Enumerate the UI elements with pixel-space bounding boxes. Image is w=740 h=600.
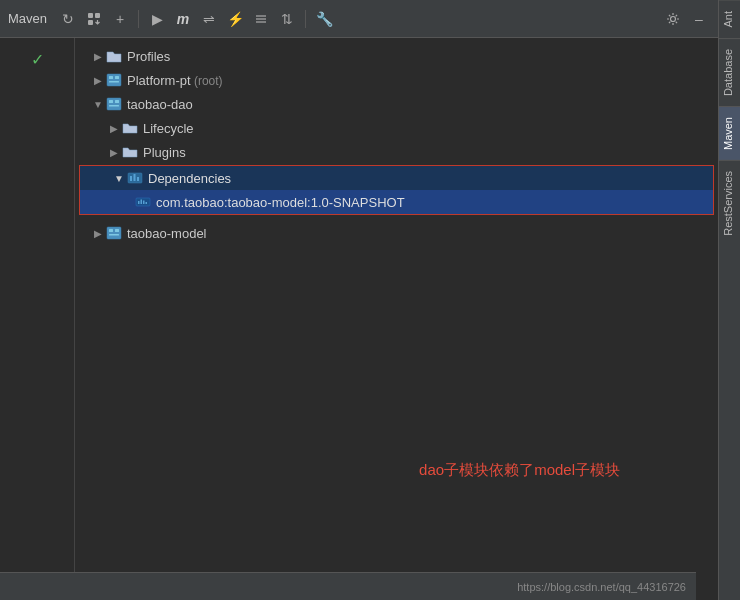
tree-item-lifecycle[interactable]: ▶ Lifecycle (75, 116, 718, 140)
dep-group-icon-dependencies (126, 169, 144, 187)
lifecycle-button[interactable] (250, 8, 272, 30)
svg-rect-14 (109, 105, 119, 107)
settings-wrench-button[interactable]: 🔧 (313, 8, 335, 30)
sort-button[interactable]: ⇅ (276, 8, 298, 30)
arrow-dependencies: ▼ (112, 173, 126, 184)
minimize-button[interactable]: – (688, 8, 710, 30)
svg-rect-12 (109, 100, 113, 103)
arrow-taobao-dao: ▼ (91, 99, 105, 110)
svg-rect-1 (95, 13, 100, 18)
download-sources-button[interactable] (83, 8, 105, 30)
arrow-platform-pt: ▶ (91, 75, 105, 86)
folder-icon-profiles (105, 47, 123, 65)
dep-item-icon (134, 193, 152, 211)
tree-item-taobao-dao[interactable]: ▼ taobao-dao (75, 92, 718, 116)
left-gutter: ✓ (0, 38, 75, 600)
svg-rect-27 (109, 234, 119, 236)
add-button[interactable]: + (109, 8, 131, 30)
label-platform-pt: Platform-pt (root) (127, 73, 223, 88)
tree-item-dep-item[interactable]: com.taobao:taobao-model:1.0-SNAPSHOT (80, 190, 713, 214)
main-area: Maven ↻ + ▶ m ⇌ ⚡ ⇅ 🔧 (0, 0, 718, 600)
svg-rect-2 (88, 20, 93, 25)
toggle-button[interactable]: ⇌ (198, 8, 220, 30)
svg-rect-16 (130, 176, 132, 181)
separator-2 (305, 10, 306, 28)
tree-item-plugins[interactable]: ▶ Plugins (75, 140, 718, 164)
svg-rect-25 (109, 229, 113, 232)
tab-ant[interactable]: Ant (719, 0, 740, 38)
arrow-plugins: ▶ (107, 147, 121, 158)
right-tabs: Ant Database Maven RestServices (718, 0, 740, 600)
svg-rect-21 (141, 200, 143, 205)
label-lifecycle: Lifecycle (143, 121, 194, 136)
tab-maven[interactable]: Maven (719, 106, 740, 160)
svg-rect-0 (88, 13, 93, 18)
svg-rect-11 (107, 98, 121, 110)
tree-item-platform-pt[interactable]: ▶ Platform-pt (root) (75, 68, 718, 92)
separator-1 (138, 10, 139, 28)
svg-rect-20 (138, 201, 140, 204)
label-taobao-dao: taobao-dao (127, 97, 193, 112)
run-button[interactable]: ▶ (146, 8, 168, 30)
svg-rect-9 (115, 76, 119, 79)
module-icon-taobao-dao (105, 95, 123, 113)
panel-title: Maven (8, 11, 47, 26)
label-taobao-model: taobao-model (127, 226, 207, 241)
arrow-taobao-model: ▶ (91, 228, 105, 239)
checkmark-icon: ✓ (31, 50, 44, 69)
maven-goal-button[interactable]: m (172, 8, 194, 30)
tree-item-profiles[interactable]: ▶ Profiles (75, 44, 718, 68)
svg-rect-7 (107, 74, 121, 86)
folder-icon-lifecycle (121, 119, 139, 137)
svg-rect-18 (137, 177, 139, 181)
module-icon-taobao-model (105, 224, 123, 242)
svg-rect-17 (134, 174, 136, 181)
tree-item-taobao-model[interactable]: ▶ taobao-model (75, 221, 718, 245)
label-dep-item: com.taobao:taobao-model:1.0-SNAPSHOT (156, 195, 405, 210)
toolbar: Maven ↻ + ▶ m ⇌ ⚡ ⇅ 🔧 (0, 0, 718, 38)
svg-point-6 (671, 16, 676, 21)
url-text: https://blog.csdn.net/qq_44316726 (517, 581, 686, 593)
tree-item-dependencies[interactable]: ▼ Dependencies (80, 166, 713, 190)
svg-rect-24 (107, 227, 121, 239)
gear-button[interactable] (662, 8, 684, 30)
svg-rect-23 (146, 202, 148, 204)
svg-rect-22 (143, 201, 145, 205)
svg-rect-13 (115, 100, 119, 103)
arrow-lifecycle: ▶ (107, 123, 121, 134)
tab-rest-services[interactable]: RestServices (719, 160, 740, 246)
svg-rect-10 (109, 81, 119, 83)
bottom-bar: https://blog.csdn.net/qq_44316726 (0, 572, 696, 600)
label-dependencies: Dependencies (148, 171, 231, 186)
tree-panel[interactable]: ▶ Profiles ▶ (75, 38, 718, 600)
label-plugins: Plugins (143, 145, 186, 160)
refresh-button[interactable]: ↻ (57, 8, 79, 30)
svg-rect-26 (115, 229, 119, 232)
dependencies-highlight-box: ▼ Dependencies (79, 165, 714, 215)
module-icon-platform-pt (105, 71, 123, 89)
content-wrapper: ✓ ▶ Profiles ▶ (0, 38, 718, 600)
tab-database[interactable]: Database (719, 38, 740, 106)
lightning-button[interactable]: ⚡ (224, 8, 246, 30)
arrow-profiles: ▶ (91, 51, 105, 62)
label-profiles: Profiles (127, 49, 170, 64)
folder-icon-plugins (121, 143, 139, 161)
svg-rect-8 (109, 76, 113, 79)
